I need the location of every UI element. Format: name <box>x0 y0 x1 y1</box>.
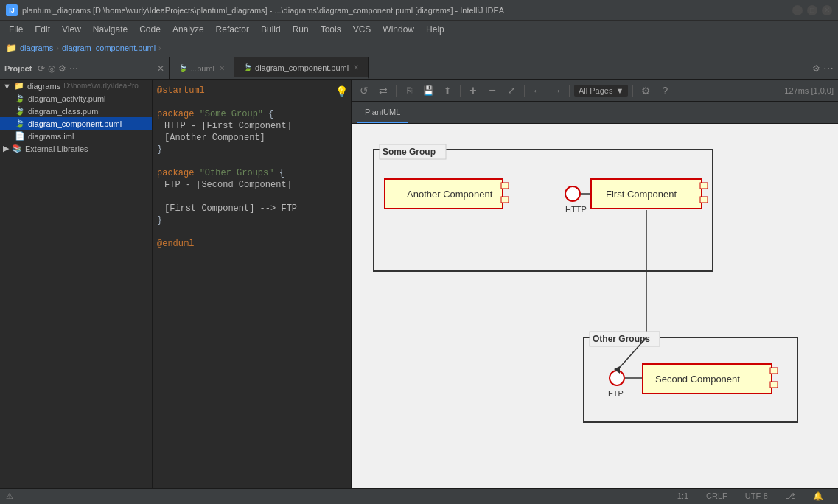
preview-tabs: PlantUML <box>352 102 838 124</box>
menu-edit[interactable]: Edit <box>29 23 56 36</box>
pages-selector[interactable]: All Pages ▼ <box>574 85 628 97</box>
project-sync-icon[interactable]: ⟳ <box>38 63 45 74</box>
project-settings-icon[interactable]: ⚙ <box>58 63 66 74</box>
menu-help[interactable]: Help <box>420 23 450 36</box>
zoom-in-button[interactable]: + <box>465 83 481 99</box>
tree-item-ext-libs[interactable]: ▶ 📚 External Libraries <box>0 142 152 155</box>
minimize-button[interactable]: ─ <box>792 5 803 15</box>
code-line-12: } <box>156 215 345 227</box>
menu-navigate[interactable]: Navigate <box>87 23 133 36</box>
code-line-5: [Another Component] <box>156 133 345 144</box>
tree-item-iml[interactable]: 📄 diagrams.iml <box>0 130 152 142</box>
breadcrumb-diagrams[interactable]: diagrams <box>20 43 53 52</box>
http-circle <box>565 186 580 201</box>
code-editor[interactable]: 💡 @startuml package "Some Group" { HTTP … <box>153 80 352 488</box>
tab-plantuml[interactable]: PlantUML <box>357 102 408 123</box>
tree-label-activity: diagram_activity.puml <box>28 94 106 103</box>
menu-bar: File Edit View Navigate Code Analyze Ref… <box>0 21 838 38</box>
maximize-button[interactable]: □ <box>807 5 817 15</box>
tab-diagram-component[interactable]: 🍃 diagram_component.puml ✕ <box>234 57 369 79</box>
back-button[interactable]: ← <box>529 83 545 99</box>
save-button[interactable]: 💾 <box>420 83 436 99</box>
tree-root-path: D:\home\wurly\IdeaPro <box>63 82 139 90</box>
git-icon[interactable]: ⎇ <box>786 491 795 501</box>
code-line-1: @startuml <box>156 85 345 97</box>
another-notch-top <box>501 183 509 189</box>
tree-label-ext-libs: External Libraries <box>25 144 88 153</box>
tree-item-activity[interactable]: 🍃 diagram_activity.puml <box>0 92 152 105</box>
encoding[interactable]: UTF-8 <box>745 491 768 501</box>
code-line-8: package "Other Groups" { <box>156 168 345 180</box>
code-line-6: } <box>156 144 345 156</box>
code-brace-close2: } <box>157 215 162 225</box>
export-button[interactable]: ⬆ <box>439 83 455 99</box>
tree-label-class: diagram_class.puml <box>28 107 100 116</box>
puml-file-icon-activity: 🍃 <box>15 94 25 103</box>
forward-button[interactable]: → <box>548 83 565 99</box>
tree-item-root[interactable]: ▼ 📁 diagrams D:\home\wurly\IdeaPro <box>0 80 152 92</box>
menu-view[interactable]: View <box>56 23 87 36</box>
code-ftp-line: FTP - [Second Component] <box>164 180 292 190</box>
line-ending[interactable]: CRLF <box>706 491 727 501</box>
tab-close-short[interactable]: ✕ <box>219 64 225 72</box>
plantuml-diagram: Some Group Another Component HTTP <box>366 139 823 448</box>
project-more-icon[interactable]: ⋯ <box>69 63 78 74</box>
some-group-rect <box>374 150 713 271</box>
puml-file-icon-component: 🍃 <box>15 119 25 128</box>
zoom-out-button[interactable]: − <box>484 83 500 99</box>
project-locate-icon[interactable]: ◎ <box>48 63 55 74</box>
toolbar-sep-1 <box>396 85 397 97</box>
help-button[interactable]: ? <box>657 83 673 99</box>
plantuml-settings-button[interactable]: ⚙ <box>638 83 654 99</box>
tab-close-active[interactable]: ✕ <box>353 63 359 71</box>
second-notch-top <box>770 368 778 374</box>
window-controls: ─ □ ✕ <box>792 5 832 15</box>
menu-tools[interactable]: Tools <box>315 23 347 36</box>
tab-puml-short[interactable]: 🍃 ...puml ✕ <box>170 57 234 79</box>
second-notch-bot <box>770 382 778 388</box>
iml-file-icon: 📄 <box>15 131 25 141</box>
menu-build[interactable]: Build <box>255 23 287 36</box>
tree-item-component[interactable]: 🍃 diagram_component.puml <box>0 117 152 130</box>
copy-button[interactable]: ⎘ <box>401 83 417 99</box>
code-package1: package "Some Group" { <box>157 109 273 119</box>
project-close-icon[interactable]: ✕ <box>157 63 164 74</box>
menu-refactor[interactable]: Refactor <box>210 23 255 36</box>
project-tree: ▼ 📁 diagrams D:\home\wurly\IdeaPro 🍃 dia… <box>0 80 152 488</box>
status-left-icon[interactable]: ⚠ <box>6 491 13 501</box>
menu-vcs[interactable]: VCS <box>347 23 377 36</box>
code-line-blank4 <box>156 227 345 239</box>
refresh-button[interactable]: ↺ <box>356 83 372 99</box>
project-panel: ▼ 📁 diagrams D:\home\wurly\IdeaPro 🍃 dia… <box>0 80 153 488</box>
toolbar-sep-2 <box>460 85 461 97</box>
tree-label-component: diagram_component.puml <box>28 119 122 128</box>
notifications-icon[interactable]: 🔔 <box>813 491 823 501</box>
code-line-blank2 <box>156 156 345 168</box>
editor-more-icon[interactable]: ⋯ <box>823 63 834 74</box>
editor-content: 💡 @startuml package "Some Group" { HTTP … <box>153 80 838 488</box>
fit-button[interactable]: ⤢ <box>503 83 520 99</box>
code-another-line: [Another Component] <box>164 133 265 143</box>
code-line-4: HTTP - [First Component] <box>156 121 345 133</box>
some-group-label: Some Group <box>383 147 436 157</box>
first-notch-top <box>700 183 708 189</box>
tab-icon-short: 🍃 <box>178 64 187 72</box>
menu-run[interactable]: Run <box>287 23 315 36</box>
preview-panel[interactable]: Some Group Another Component HTTP <box>352 124 838 488</box>
sync-button[interactable]: ⇄ <box>375 83 391 99</box>
app-icon: IJ <box>6 4 18 16</box>
preview-area: ↺ ⇄ ⎘ 💾 ⬆ + − ⤢ ← → All Pages <box>352 80 838 488</box>
title-bar: IJ plantuml_diagrams [D:\home\wurly\Idea… <box>0 0 838 21</box>
breadcrumb-file[interactable]: diagram_component.puml <box>62 43 156 52</box>
menu-code[interactable]: Code <box>133 23 167 36</box>
close-button[interactable]: ✕ <box>822 5 832 15</box>
menu-window[interactable]: Window <box>377 23 420 36</box>
breadcrumb-bar: 📁 diagrams › diagram_component.puml › <box>0 38 838 57</box>
editor-settings-icon[interactable]: ⚙ <box>812 63 820 74</box>
code-line-3: package "Some Group" { <box>156 109 345 121</box>
editor-area: 💡 @startuml package "Some Group" { HTTP … <box>153 80 838 488</box>
menu-file[interactable]: File <box>3 23 29 36</box>
menu-analyze[interactable]: Analyze <box>167 23 210 36</box>
tree-item-class[interactable]: 🍃 diagram_class.puml <box>0 105 152 117</box>
code-line-9: FTP - [Second Component] <box>156 180 345 192</box>
